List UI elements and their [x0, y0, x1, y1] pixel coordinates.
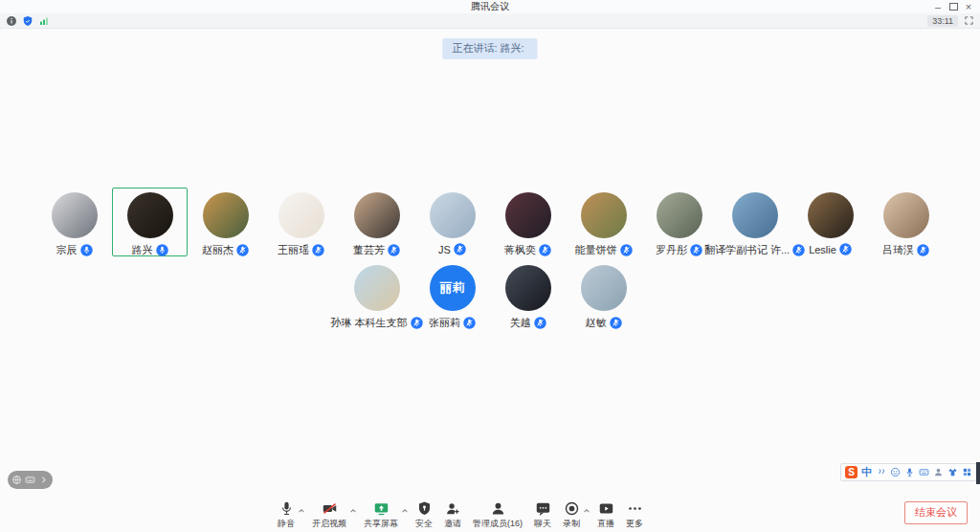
meeting-window: 腾讯会议 – × 33:11 正在讲话: 路兴: 宗辰: [0, 0, 980, 532]
caret-up-icon[interactable]: [348, 507, 358, 515]
participant-tile[interactable]: 王丽瑶: [263, 188, 339, 256]
security-shield-icon[interactable]: [22, 15, 33, 27]
floating-widget-pill[interactable]: [8, 471, 53, 489]
toolbar-item-mic[interactable]: 静音: [272, 499, 301, 530]
caret-up-icon[interactable]: [400, 507, 410, 515]
participant-name: 罗丹彤: [656, 243, 687, 257]
keyboard-icon[interactable]: [919, 467, 929, 477]
mic-status-icon: [236, 244, 249, 256]
participant-tile[interactable]: JS: [414, 188, 490, 256]
ime-toolbar[interactable]: S 中: [840, 463, 977, 481]
toolbar-item-label: 静音: [278, 518, 295, 530]
emoji-icon[interactable]: [890, 467, 901, 477]
participant-tile[interactable]: 董芸芳: [339, 188, 414, 256]
meeting-timer: 33:11: [927, 15, 958, 27]
record-icon: [564, 499, 580, 517]
participant-tile[interactable]: 吕琦淏: [868, 188, 944, 256]
toolbar-item-invite[interactable]: 邀请: [438, 499, 467, 530]
toolbar-item-record[interactable]: 录制: [557, 499, 586, 530]
participant-name: JS: [438, 244, 451, 255]
mic-status-icon: [312, 244, 324, 256]
participant-name: 关越: [510, 316, 531, 330]
toolbar-item-shield[interactable]: 安全: [410, 499, 438, 530]
participant-name: 王丽瑶: [278, 243, 309, 257]
end-meeting-button[interactable]: 结束会议: [904, 501, 968, 524]
toolbar-item-camera-off[interactable]: 开启视频: [306, 499, 352, 530]
toolbar-item-label: 安全: [415, 518, 433, 530]
participant-name: 董芸芳: [353, 243, 385, 257]
speaking-banner: 正在讲话: 路兴:: [442, 38, 537, 59]
participant-tile[interactable]: 路兴: [112, 188, 188, 256]
skin-icon[interactable]: [947, 467, 958, 477]
participant-tile[interactable]: 赵丽杰: [188, 188, 263, 256]
participant-tile[interactable]: 孙琳 本科生支部: [339, 260, 414, 329]
participant-name: 赵敏: [586, 316, 607, 330]
participant-name-row: 路兴: [132, 243, 168, 257]
mic-status-icon: [620, 244, 633, 256]
participant-name: 路兴: [132, 243, 153, 257]
participant-row-2: 孙琳 本科生支部 丽莉 张丽莉: [0, 260, 980, 329]
participant-name-row: 翻译学副书记 许...: [704, 243, 805, 257]
participant-avatar: [732, 192, 778, 238]
mic-status-icon: [839, 243, 852, 255]
participant-tile[interactable]: 翻译学副书记 许...: [717, 188, 792, 256]
participant-avatar: [883, 192, 929, 238]
restore-button[interactable]: [946, 0, 961, 13]
participant-tile[interactable]: 丽莉 张丽莉: [414, 260, 490, 329]
participant-name-row: 关越: [510, 316, 546, 330]
info-icon[interactable]: [6, 15, 17, 27]
toolbar-item-chat[interactable]: 聊天: [528, 499, 557, 530]
participant-avatar: [430, 192, 476, 238]
toolbar-item-members[interactable]: 管理成员(16): [467, 499, 528, 530]
toolbar-item-live[interactable]: 直播: [591, 499, 620, 530]
participant-avatar: [354, 192, 400, 238]
participant-avatar: [505, 265, 551, 311]
participant-name-row: 蒋枫奕: [504, 243, 551, 257]
participant-name: 蒋枫奕: [504, 243, 536, 257]
voice-icon[interactable]: [904, 467, 915, 477]
minimize-button[interactable]: –: [930, 0, 946, 13]
participant-tile[interactable]: 蒋枫奕: [490, 188, 566, 256]
toolbar-item-screen-share[interactable]: 共享屏幕: [358, 499, 404, 530]
participant-row-1: 宗辰 路兴: [0, 188, 980, 256]
toolbar-item-more[interactable]: 更多: [620, 499, 649, 530]
chat-icon: [535, 499, 551, 517]
camera-off-icon: [321, 499, 337, 517]
toolbar-item-label: 更多: [626, 518, 643, 530]
participant-avatar: [657, 192, 702, 238]
participant-tile[interactable]: 关越: [490, 260, 566, 329]
participant-name: 能量饼饼: [575, 243, 617, 257]
toolbar-item-label: 直播: [597, 518, 614, 530]
statusbar: 33:11: [0, 13, 980, 29]
participant-avatar: [354, 265, 400, 311]
interpreter-icon: [11, 475, 22, 485]
sogou-logo-icon[interactable]: S: [845, 466, 858, 478]
participant-name-row: JS: [438, 243, 466, 255]
mic-status-icon: [917, 244, 929, 256]
ime-language-toggle[interactable]: 中: [861, 465, 872, 479]
close-button[interactable]: ×: [961, 0, 976, 13]
punctuation-icon[interactable]: [876, 467, 886, 477]
toolbox-icon[interactable]: [962, 467, 972, 477]
fullscreen-icon[interactable]: [964, 15, 974, 26]
caret-up-icon[interactable]: [297, 507, 306, 515]
mic-status-icon: [388, 244, 400, 256]
screen-share-icon: [372, 499, 389, 517]
handwriting-icon[interactable]: [933, 467, 944, 477]
participant-tile[interactable]: 能量饼饼: [566, 188, 641, 256]
participant-name: 宗辰: [56, 243, 78, 257]
participant-avatar: [581, 192, 627, 238]
participant-avatar: [278, 192, 324, 238]
participant-tile[interactable]: 宗辰: [36, 188, 112, 256]
window-title: 腾讯会议: [471, 0, 509, 13]
caret-up-icon[interactable]: [582, 507, 591, 515]
participant-tile[interactable]: Leslie: [792, 188, 868, 256]
mic-status-icon: [534, 317, 546, 329]
mic-status-icon: [539, 244, 551, 256]
participant-avatar: 丽莉: [430, 265, 476, 311]
participant-tile[interactable]: 赵敏: [566, 260, 641, 329]
bottom-toolbar: 静音 开启视频 共享屏幕 安全 邀请 管理成员(16) 聊天 录制 直播 更多 …: [0, 498, 980, 532]
participant-name-row: 赵丽杰: [202, 243, 249, 257]
toolbar-item-label: 录制: [563, 518, 580, 530]
network-signal-icon[interactable]: [38, 15, 50, 27]
